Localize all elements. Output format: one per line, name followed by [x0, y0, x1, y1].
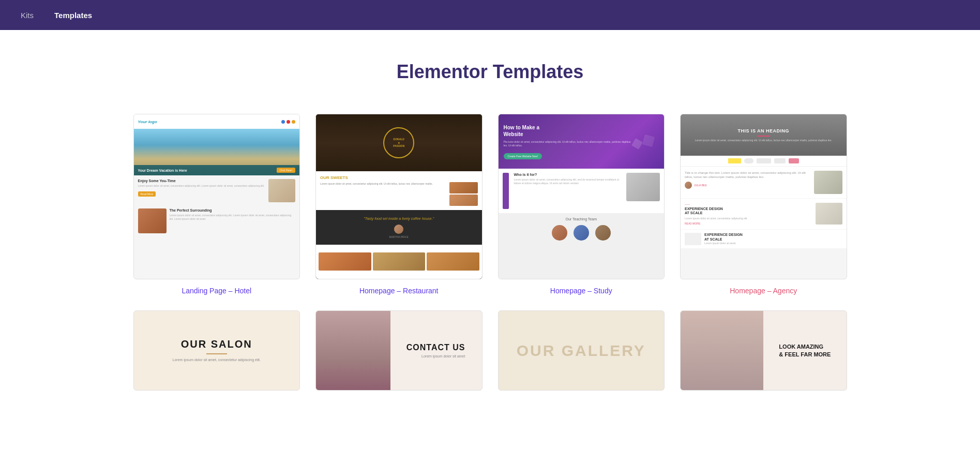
nav-templates[interactable]: Templates: [54, 11, 92, 20]
template-card-study[interactable]: How to Make aWebsite Pla iusto dolor sit…: [498, 114, 665, 295]
template-preview-hotel: Your logo Your Dream Vacation is Here Cl…: [133, 114, 300, 279]
beauty-title: LOOK AMAZING& FEEL FAR MORE: [779, 343, 831, 358]
template-card-gallery[interactable]: OUR GALLERY: [498, 310, 665, 391]
template-card-restaurant[interactable]: DONALD★PASSION OUR SWEETS Lorem ipsum do…: [315, 114, 483, 295]
contact-title: CONTACT US: [406, 343, 465, 352]
template-card-hotel[interactable]: Your logo Your Dream Vacation is Here Cl…: [133, 114, 300, 295]
template-preview-contact: CONTACT US Lorem ipsum dolor sit amet: [315, 310, 483, 391]
template-label-restaurant: Homepage – Restaurant: [315, 287, 483, 295]
template-preview-gallery: OUR GALLERY: [498, 310, 665, 391]
restaurant-logo: DONALD★PASSION: [393, 138, 404, 148]
template-preview-agency: THIS IS AN HEADING Lorem ipsum dolor sit…: [680, 114, 847, 279]
template-grid-row1: Your logo Your Dream Vacation is Here Cl…: [133, 114, 847, 295]
template-card-agency[interactable]: THIS IS AN HEADING Lorem ipsum dolor sit…: [680, 114, 847, 295]
hotel-hero-text: Your Dream Vacation is Here: [138, 169, 187, 172]
nav-kits[interactable]: Kits: [21, 11, 34, 20]
template-preview-study: How to Make aWebsite Pla iusto dolor sit…: [498, 114, 665, 279]
template-preview-restaurant: DONALD★PASSION OUR SWEETS Lorem ipsum do…: [315, 114, 483, 279]
template-label-agency: Homepage – Agency: [680, 287, 847, 295]
page-title: Elementor Templates: [133, 61, 847, 83]
salon-title: OUR SALON: [181, 338, 252, 350]
template-label-study: Homepage – Study: [498, 287, 665, 295]
app-header: Kits Templates: [0, 0, 980, 30]
template-preview-beauty: LOOK AMAZING& FEEL FAR MORE: [680, 310, 847, 391]
template-preview-salon: OUR SALON Lorem ipsum dolor sit amet, co…: [133, 310, 300, 391]
template-card-contact[interactable]: CONTACT US Lorem ipsum dolor sit amet: [315, 310, 483, 391]
template-label-hotel: Landing Page – Hotel: [133, 287, 300, 295]
template-card-salon[interactable]: OUR SALON Lorem ipsum dolor sit amet, co…: [133, 310, 300, 391]
template-card-beauty[interactable]: LOOK AMAZING& FEEL FAR MORE: [680, 310, 847, 391]
gallery-title: OUR GALLERY: [517, 342, 646, 360]
restaurant-quote: "Tasty food set inside a lively coffee h…: [321, 216, 477, 222]
main-content: Elementor Templates Your logo Your D: [102, 30, 878, 411]
hotel-logo-text: Your logo: [138, 120, 157, 124]
template-grid-row2: OUR SALON Lorem ipsum dolor sit amet, co…: [133, 310, 847, 391]
